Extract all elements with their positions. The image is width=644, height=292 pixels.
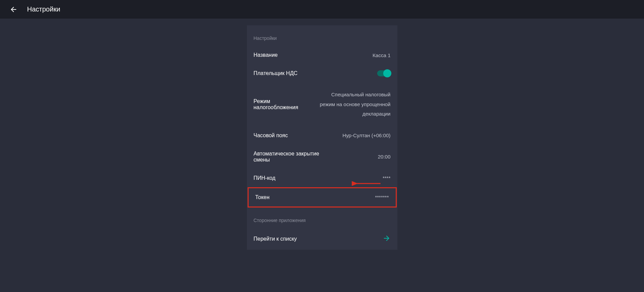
setting-row-timezone[interactable]: Часовой пояс Нур-Султан (+06:00) [247, 126, 397, 145]
setting-tax-mode-label: Режим налогообложения [254, 98, 316, 111]
setting-row-token[interactable]: Токен ******* [249, 188, 396, 206]
page-title: Настройки [27, 5, 60, 13]
setting-token-label: Токен [255, 194, 270, 200]
settings-section-label: Настройки [247, 25, 397, 46]
go-to-list-label: Перейти к списку [254, 236, 297, 242]
setting-row-auto-close[interactable]: Автоматическое закрытие смены 20:00 [247, 145, 397, 169]
arrow-left-icon [9, 5, 18, 14]
settings-panel: Настройки Название Касса 1 Плательщик НД… [247, 25, 397, 250]
setting-pin-label: ПИН-код [254, 175, 276, 181]
setting-timezone-label: Часовой пояс [254, 132, 288, 139]
setting-row-vat-payer[interactable]: Плательщик НДС [247, 64, 397, 82]
setting-token-value: ******* [375, 194, 389, 200]
toggle-knob [383, 69, 391, 77]
annotation-arrow [352, 178, 382, 190]
setting-auto-close-label: Автоматическое закрытие смены [254, 151, 328, 163]
token-highlight-annotation: Токен ******* [248, 187, 397, 208]
setting-row-tax-mode[interactable]: Режим налогообложения Специальный налого… [247, 82, 397, 126]
app-header: Настройки [0, 0, 644, 19]
vat-toggle[interactable] [377, 70, 391, 76]
back-button[interactable] [7, 3, 20, 16]
setting-row-name[interactable]: Название Касса 1 [247, 46, 397, 64]
setting-pin-value: **** [383, 175, 390, 181]
setting-tax-mode-value: Специальный налоговый режим на основе уп… [316, 90, 391, 119]
external-apps-section-label: Сторонние приложения [247, 208, 397, 228]
setting-auto-close-value: 20:00 [378, 154, 391, 160]
setting-name-label: Название [254, 52, 278, 58]
content-area: Настройки Название Касса 1 Плательщик НД… [0, 19, 644, 250]
arrow-right-icon [383, 234, 391, 244]
setting-timezone-value: Нур-Султан (+06:00) [342, 132, 390, 138]
setting-row-go-to-list[interactable]: Перейти к списку [247, 228, 397, 250]
setting-vat-label: Плательщик НДС [254, 70, 298, 76]
setting-name-value: Касса 1 [373, 52, 391, 58]
